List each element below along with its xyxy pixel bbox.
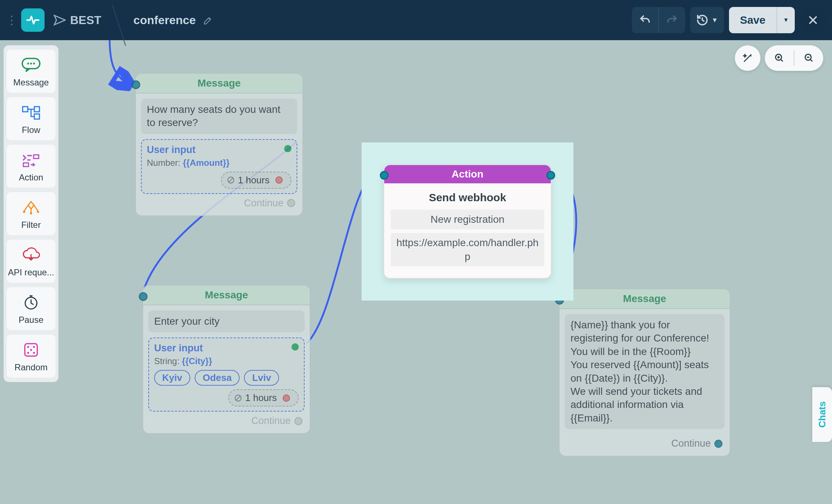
svg-point-11 [37, 211, 39, 213]
sidebar-item-pause[interactable]: Pause [7, 287, 56, 330]
auto-layout-button[interactable] [735, 45, 760, 71]
breadcrumb: BEST conference [53, 9, 213, 31]
sidebar-item-label: Filter [21, 220, 41, 230]
save-button[interactable]: Save [729, 7, 776, 33]
undo-button[interactable] [632, 7, 658, 33]
filter-icon [21, 200, 41, 215]
zoom-out-icon [804, 53, 814, 63]
sidebar-item-message[interactable]: Message [7, 50, 56, 93]
message-text: {Name}} thank you for registering for ou… [565, 314, 725, 429]
sidebar-item-label: Message [13, 77, 49, 88]
svg-point-3 [33, 63, 35, 65]
breadcrumb-flow-name[interactable]: conference [133, 14, 196, 27]
zoom-in-button[interactable] [765, 53, 794, 63]
timeout-pill[interactable]: 1 hours [228, 389, 299, 406]
output-port-timeout[interactable] [283, 394, 290, 402]
node-action-webhook[interactable]: Action Send webhook New registration htt… [383, 164, 552, 279]
pulse-icon [26, 13, 40, 27]
output-port-continue[interactable] [287, 199, 295, 207]
quick-reply[interactable]: Kyiv [154, 370, 190, 386]
zoom-out-button[interactable] [794, 53, 823, 63]
continue-label: Continue [671, 438, 711, 449]
svg-rect-7 [34, 155, 39, 159]
quick-reply[interactable]: Lviv [244, 370, 279, 386]
sidebar-item-filter[interactable]: Filter [7, 192, 56, 235]
top-header: ⋮ BEST conference ▼ Save ▼ [0, 0, 832, 40]
action-subtitle: Send webhook [391, 191, 544, 204]
node-message-seats[interactable]: Message How many seats do you want to re… [135, 73, 303, 216]
sidebar-item-label: Flow [22, 125, 41, 135]
user-input-block[interactable]: User input Number: {{Amount}} 1 hours [141, 139, 297, 194]
message-text: How many seats do you want to reserve? [141, 99, 297, 134]
svg-rect-8 [23, 163, 28, 167]
quick-reply[interactable]: Odesa [195, 370, 240, 386]
continue-row: Continue [148, 412, 305, 428]
flow-icon [21, 105, 41, 120]
node-header: Message [143, 286, 310, 305]
sidebar-item-random[interactable]: Random [7, 335, 56, 378]
action-url-field: https://example.com/handler.php [391, 233, 544, 267]
header-actions: ▼ Save ▼ [632, 7, 826, 33]
chevron-down-icon: ▼ [783, 17, 789, 23]
action-highlight-area: Action Send webhook New registration htt… [362, 142, 573, 301]
node-message-confirmation[interactable]: Message {Name}} thank you for registerin… [559, 289, 730, 457]
continue-row: Continue [565, 434, 725, 451]
message-text: Enter your city [148, 310, 305, 332]
continue-label: Continue [244, 198, 283, 209]
sidebar-item-api-request[interactable]: API reque... [7, 240, 56, 283]
prohibit-icon [227, 176, 235, 184]
action-name-field: New registration [391, 210, 544, 229]
sidebar-item-flow[interactable]: Flow [7, 97, 56, 140]
api-icon [21, 247, 41, 263]
random-icon [23, 341, 39, 358]
flow-canvas[interactable]: Message How many seats do you want to re… [0, 40, 832, 504]
redo-icon [666, 14, 678, 26]
node-message-city[interactable]: Message Enter your city User input Strin… [142, 285, 310, 434]
svg-point-16 [30, 349, 32, 351]
svg-point-15 [33, 346, 35, 348]
drag-handle-icon[interactable]: ⋮ [6, 13, 18, 27]
output-port[interactable] [546, 171, 555, 180]
sidebar-item-label: Pause [19, 315, 43, 325]
timeout-pill[interactable]: 1 hours [221, 172, 291, 189]
input-port[interactable] [139, 292, 148, 301]
output-port-continue[interactable] [294, 417, 302, 425]
user-input-type: String: {{City}} [154, 356, 299, 366]
node-header: Action [384, 165, 551, 183]
output-port-continue[interactable] [714, 440, 722, 448]
prohibit-icon [234, 394, 242, 402]
app-logo[interactable] [21, 8, 45, 32]
svg-point-9 [23, 211, 25, 213]
undo-icon [639, 14, 651, 26]
block-palette-sidebar: Message Flow Action Filter API reque... … [4, 45, 58, 382]
svg-point-1 [27, 63, 29, 65]
chats-drawer-tab[interactable]: Chats [812, 387, 832, 442]
continue-label: Continue [251, 415, 291, 427]
history-icon [696, 14, 709, 26]
edit-icon[interactable] [203, 15, 213, 25]
send-icon [53, 14, 66, 26]
chevron-down-icon: ▼ [711, 16, 718, 24]
output-port-timeout[interactable] [275, 176, 283, 184]
svg-point-2 [30, 63, 32, 65]
user-input-title: User input [154, 343, 299, 354]
sidebar-item-label: Action [19, 172, 43, 183]
output-port-success[interactable] [284, 145, 291, 152]
input-port[interactable] [131, 80, 140, 89]
message-icon [21, 57, 41, 73]
breadcrumb-separator [116, 9, 126, 31]
history-button[interactable]: ▼ [690, 7, 724, 33]
close-button[interactable] [800, 7, 826, 33]
wand-icon [742, 53, 753, 64]
save-dropdown[interactable]: ▼ [776, 7, 795, 33]
undo-redo-group [632, 7, 685, 33]
pause-icon [23, 294, 39, 310]
redo-button[interactable] [659, 7, 685, 33]
svg-point-10 [30, 212, 32, 214]
input-port[interactable] [380, 171, 389, 180]
sidebar-item-action[interactable]: Action [7, 145, 56, 188]
zoom-group [765, 45, 823, 71]
user-input-block[interactable]: User input String: {{City}} Kyiv Odesa L… [148, 337, 305, 412]
action-icon [21, 153, 41, 167]
breadcrumb-workspace[interactable]: BEST [70, 14, 101, 27]
